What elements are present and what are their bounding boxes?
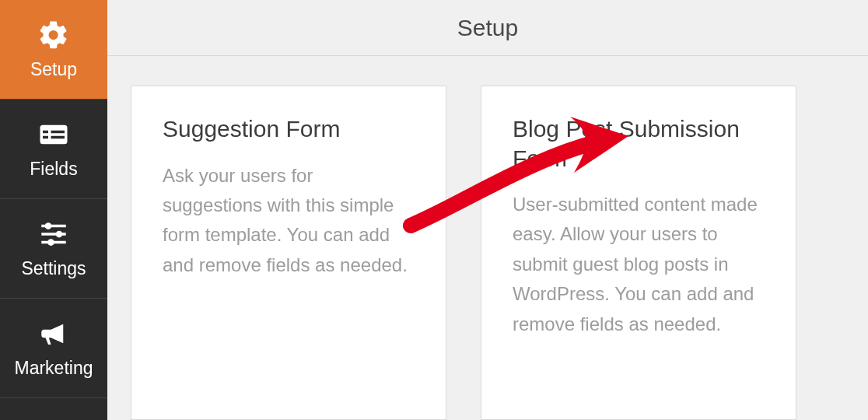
template-cards: Suggestion Form Ask your users for sugge… [107,56,868,420]
gear-icon [37,19,70,51]
template-card-suggestion-form[interactable]: Suggestion Form Ask your users for sugge… [131,86,446,420]
card-description: Ask your users for suggestions with this… [163,161,418,281]
svg-rect-3 [51,131,65,134]
megaphone-icon [37,317,70,350]
svg-rect-1 [43,131,48,134]
main-panel: Setup Suggestion Form Ask your users for… [107,0,868,420]
sidebar-item-label: Marketing [15,358,93,379]
page-title: Setup [457,15,518,41]
sliders-icon [37,218,70,250]
card-title: Suggestion Form [163,114,418,144]
svg-rect-2 [43,136,48,139]
sidebar-item-marketing[interactable]: Marketing [0,299,107,398]
card-description: User-submitted content made easy. Allow … [513,190,768,339]
sidebar-item-label: Settings [21,258,86,279]
template-card-blog-post-submission-form[interactable]: Blog Post Submission Form User-submitted… [481,86,796,420]
sidebar: Setup Fields Settings [0,0,107,420]
card-title: Blog Post Submission Form [513,114,768,173]
svg-rect-0 [40,125,68,145]
svg-point-8 [45,222,52,229]
topbar: Setup [107,0,868,56]
sidebar-item-label: Fields [30,159,77,180]
list-icon [37,118,70,151]
sidebar-item-setup[interactable]: Setup [0,0,107,100]
svg-rect-4 [51,136,65,139]
sidebar-item-fields[interactable]: Fields [0,100,107,199]
svg-point-9 [56,231,63,238]
sidebar-item-settings[interactable]: Settings [0,199,107,299]
svg-point-10 [47,239,54,246]
sidebar-item-label: Setup [30,59,77,80]
